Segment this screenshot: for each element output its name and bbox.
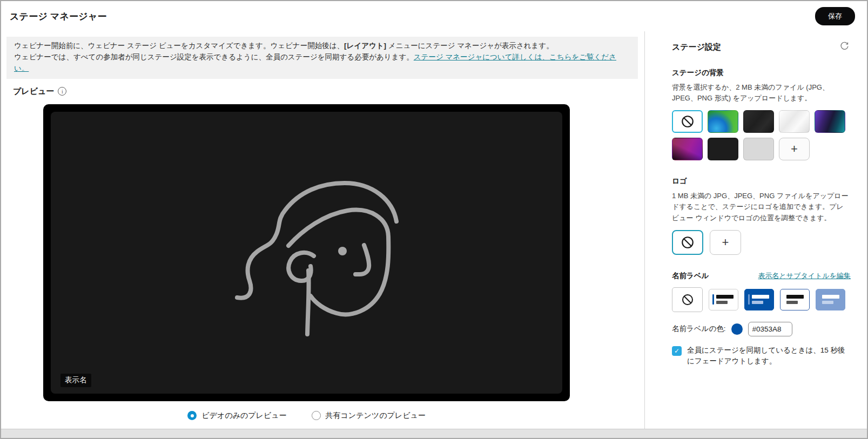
- logo-description: 1 MB 未満の JPG、JPEG、PNG ファイルをアップロードすることで、ス…: [672, 191, 851, 223]
- background-swatch-grid: +: [672, 110, 850, 160]
- logo-section: ロゴ 1 MB 未満の JPG、JPEG、PNG ファイルをアップロードすること…: [672, 177, 851, 254]
- refresh-icon[interactable]: [838, 40, 851, 54]
- radio-selected-icon[interactable]: [187, 411, 197, 420]
- name-label-style-left-accent[interactable]: [709, 289, 738, 310]
- fade-out-option: ✓ 全員にステージを同期しているときは、15 秒後にフェードアウトします。: [672, 345, 851, 367]
- bg-purple-teal-gradient[interactable]: [815, 110, 845, 133]
- name-label-heading: 名前ラベル: [672, 271, 709, 281]
- display-name-chip: 表示名: [60, 374, 91, 387]
- name-label-color-label: 名前ラベルの色:: [672, 324, 726, 334]
- logo-heading: ロゴ: [672, 177, 851, 186]
- header: ステージ マネージャー 保存: [1, 1, 867, 31]
- background-heading: ステージの背景: [672, 68, 851, 78]
- checkbox-checked-icon[interactable]: ✓: [672, 346, 682, 356]
- stage-preview-frame: 表示名: [43, 104, 570, 401]
- save-button[interactable]: 保存: [815, 7, 855, 25]
- preview-column: ウェビナー開始前に、ウェビナー ステージ ビューをカスタマイズできます。ウェビナ…: [1, 31, 644, 429]
- bg-solid-black[interactable]: [708, 138, 738, 160]
- bg-solid-gray[interactable]: [743, 138, 774, 160]
- info-banner: ウェビナー開始前に、ウェビナー ステージ ビューをカスタマイズできます。ウェビナ…: [6, 37, 638, 79]
- preview-heading: プレビュー: [13, 86, 54, 97]
- bottom-strip: [1, 429, 867, 438]
- bg-light-wave[interactable]: [779, 110, 810, 133]
- color-hex-input[interactable]: [748, 322, 792, 336]
- name-label-style-outline[interactable]: [780, 289, 810, 310]
- no-entry-icon: [681, 293, 694, 306]
- radio-shared-content-label: 共有コンテンツのプレビュー: [326, 411, 426, 421]
- edit-display-name-link[interactable]: 表示名とサブタイトルを編集: [758, 271, 851, 281]
- page-title: ステージ マネージャー: [10, 10, 107, 23]
- logo-add[interactable]: +: [710, 230, 741, 255]
- bg-green-blue-gradient[interactable]: [708, 110, 738, 133]
- radio-unselected-icon[interactable]: [312, 411, 321, 420]
- banner-line2: ウェビナーでは、すべての参加者が同じステージ設定を表示できるように、全員のステー…: [14, 52, 630, 75]
- stage-manager-window: ステージ マネージャー 保存 ウェビナー開始前に、ウェビナー ステージ ビューを…: [0, 0, 868, 439]
- no-entry-icon: [681, 114, 695, 129]
- name-label-color-row: 名前ラベルの色:: [672, 322, 851, 336]
- background-description: 背景を選択するか、2 MB 未満のファイル (JPG、JPEG、PNG 形式) …: [672, 82, 851, 104]
- logo-none[interactable]: [672, 230, 703, 255]
- name-label-style-translucent[interactable]: [816, 289, 845, 310]
- name-label-style-row: [672, 287, 851, 312]
- bg-dark-wave[interactable]: [743, 110, 774, 133]
- plus-icon: +: [791, 143, 798, 155]
- no-entry-icon: [681, 235, 695, 249]
- radio-video-only-preview[interactable]: ビデオのみのプレビュー: [187, 411, 286, 421]
- avatar-line-art: [233, 164, 411, 342]
- bg-add[interactable]: +: [779, 138, 810, 160]
- radio-shared-content-preview[interactable]: 共有コンテンツのプレビュー: [312, 411, 426, 421]
- info-icon[interactable]: [58, 87, 66, 96]
- panel-title: ステージ設定: [672, 42, 721, 52]
- banner-line1: ウェビナー開始前に、ウェビナー ステージ ビューをカスタマイズできます。ウェビナ…: [14, 40, 630, 52]
- name-label-style-none[interactable]: [672, 287, 703, 312]
- preview-mode-radios: ビデオのみのプレビュー 共有コンテンツのプレビュー: [25, 411, 588, 421]
- logo-tile-row: +: [672, 230, 851, 255]
- bg-none[interactable]: [672, 110, 703, 133]
- fade-out-label: 全員にステージを同期しているときは、15 秒後にフェードアウトします。: [687, 345, 851, 367]
- stage-settings-panel: ステージ設定 ステージの背景 背景を選択するか、2 MB 未満のファイル (JP…: [644, 31, 867, 429]
- stage-preview-video: 表示名: [51, 112, 562, 394]
- radio-video-only-label: ビデオのみのプレビュー: [201, 411, 286, 421]
- color-swatch-circle[interactable]: [731, 323, 743, 335]
- plus-icon: +: [722, 237, 729, 248]
- name-label-style-filled-blue[interactable]: [744, 289, 774, 310]
- name-label-section: 名前ラベル 表示名とサブタイトルを編集: [672, 271, 851, 367]
- background-section: ステージの背景 背景を選択するか、2 MB 未満のファイル (JPG、JPEG、…: [672, 68, 851, 160]
- bg-magenta-purple-gradient[interactable]: [672, 138, 703, 160]
